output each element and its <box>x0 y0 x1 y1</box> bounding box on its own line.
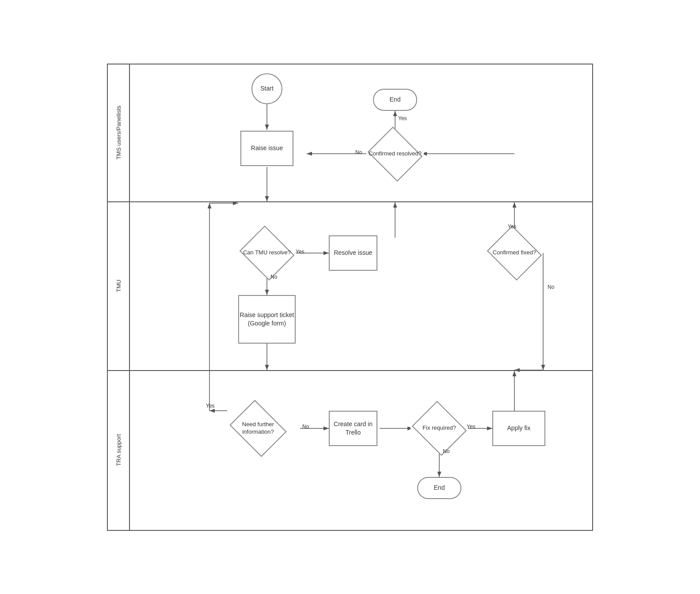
no-label-confirmed-fixed: No <box>548 284 554 290</box>
no-label-need-further-info: No <box>302 424 309 430</box>
raise-support-ticket-node: Raise support ticket (Google form) <box>238 295 296 344</box>
confirmed-fixed-node: Confirmed fixed? <box>486 229 543 277</box>
arrows-lane1 <box>130 64 592 201</box>
lane-label-tms: TMS users/Panellists <box>108 64 130 201</box>
lane-tra-support: TRA support <box>108 371 592 530</box>
arrows-lane3 <box>130 371 592 530</box>
confirmed-resolved-node: Confirmed resolved? <box>366 130 424 178</box>
start-node: Start <box>251 73 282 104</box>
resolve-issue-node: Resolve issue <box>329 235 377 271</box>
yes-label-can-tmu: Yes <box>296 249 304 255</box>
end-node-1: End <box>373 89 417 111</box>
arrows-lane2 <box>130 202 592 370</box>
end-node-2: End <box>417 477 461 499</box>
diagram-container: TMS users/Panellists <box>107 64 593 531</box>
no-label-can-tmu: No <box>270 274 277 280</box>
yes-label-fix-required: Yes <box>467 424 476 430</box>
yes-label-need-further-info: Yes <box>206 403 215 409</box>
no-label-confirmed-resolved: No <box>355 149 362 155</box>
arrows-lane2-extra <box>130 202 592 370</box>
create-card-trello-node: Create card in Trello <box>329 411 377 446</box>
lane-content-tra: Need further information? Yes No Create … <box>130 371 592 530</box>
need-further-info-node: Need further information? <box>227 404 289 453</box>
lane-tmu: TMU Can TMU resolve? <box>108 202 592 371</box>
yes-label-end1: Yes <box>398 115 407 121</box>
lane-label-tmu: TMU <box>108 202 130 370</box>
lane-tms-users: TMS users/Panellists <box>108 64 592 202</box>
lane-content-tmu: Can TMU resolve? Yes No Resolve issue Ra… <box>130 202 592 370</box>
yes-label-confirmed-fixed: Yes <box>508 223 517 230</box>
no-label-fix-required: No <box>443 448 449 454</box>
lane-label-tra: TRA support <box>108 371 130 530</box>
can-tmu-resolve-node: Can TMU resolve? <box>238 229 296 277</box>
apply-fix-node: Apply fix <box>492 411 545 446</box>
fix-required-node: Fix required? <box>411 404 468 453</box>
raise-issue-node: Raise issue <box>240 131 293 166</box>
lane-content-tms: Start End Yes Raise issue Confirmed reso… <box>130 64 592 201</box>
